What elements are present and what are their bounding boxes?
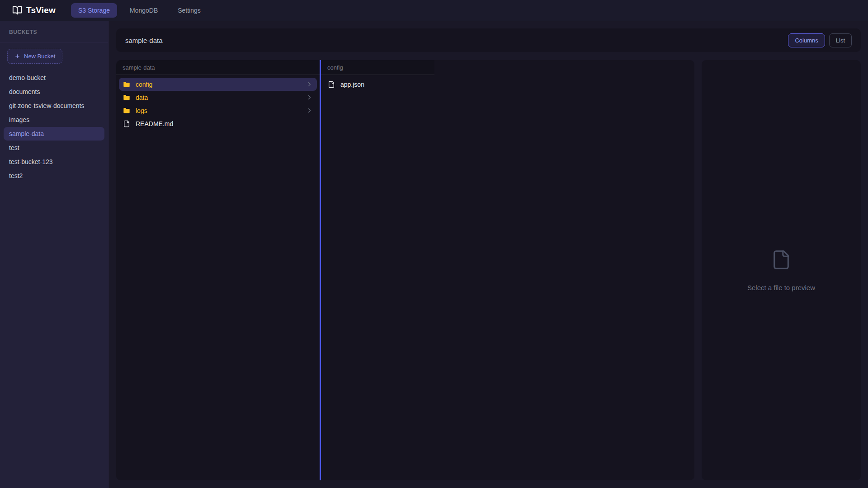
file-row-app-json[interactable]: app.json [324, 78, 432, 91]
layout: BUCKETS New Bucket demo-bucketdocumentsg… [0, 21, 868, 488]
plus-icon [14, 53, 20, 59]
content-row: sample-dataconfigdatalogsREADME.mdconfig… [116, 60, 861, 480]
browser-column-config: configapp.json [321, 60, 434, 480]
nav-tab-settings[interactable]: Settings [170, 3, 208, 18]
columns-empty-space [434, 60, 694, 480]
bucket-item-documents[interactable]: documents [4, 85, 104, 99]
nav-tab-s3-storage[interactable]: S3 Storage [71, 3, 117, 18]
view-list-button[interactable]: List [829, 33, 852, 47]
column-item-list: configdatalogsREADME.md [116, 75, 320, 133]
folder-icon [123, 81, 130, 88]
sidebar-section-title: BUCKETS [0, 21, 108, 42]
file-icon [328, 81, 335, 88]
bucket-item-test-bucket-123[interactable]: test-bucket-123 [4, 155, 104, 169]
app-title: TsView [26, 5, 56, 15]
folder-row-config[interactable]: config [119, 78, 317, 91]
folder-icon [123, 94, 130, 101]
item-name: config [136, 81, 301, 88]
browser-column-sample-data: sample-dataconfigdatalogsREADME.md [116, 60, 320, 480]
column-item-list: app.json [321, 75, 434, 94]
bucket-item-test[interactable]: test [4, 141, 104, 155]
buckets-sidebar: BUCKETS New Bucket demo-bucketdocumentsg… [0, 21, 108, 488]
top-nav: TsView S3 StorageMongoDBSettings [0, 0, 868, 21]
folder-row-logs[interactable]: logs [119, 104, 317, 117]
new-bucket-label: New Bucket [24, 53, 55, 60]
chevron-right-icon [306, 107, 313, 114]
item-name: app.json [340, 81, 428, 88]
item-name: README.md [136, 120, 313, 127]
nav-tab-mongodb[interactable]: MongoDB [123, 3, 165, 18]
bucket-item-sample-data[interactable]: sample-data [4, 127, 104, 141]
item-name: data [136, 94, 301, 101]
bucket-item-test2[interactable]: test2 [4, 169, 104, 183]
bucket-toolbar: sample-data Columns List [116, 28, 861, 52]
item-name: logs [136, 107, 301, 114]
bucket-item-images[interactable]: images [4, 113, 104, 127]
file-icon [123, 120, 130, 127]
miller-columns: sample-dataconfigdatalogsREADME.mdconfig… [116, 60, 694, 480]
bucket-item-demo-bucket[interactable]: demo-bucket [4, 71, 104, 84]
page-title: sample-data [125, 37, 163, 44]
view-columns-button[interactable]: Columns [788, 33, 825, 47]
folder-icon [123, 107, 130, 114]
chevron-right-icon [306, 81, 313, 88]
column-header: config [321, 60, 434, 75]
nav-tabs: S3 StorageMongoDBSettings [71, 3, 208, 18]
view-toggle: Columns List [788, 33, 852, 47]
new-bucket-wrap: New Bucket [0, 42, 108, 68]
new-bucket-button[interactable]: New Bucket [7, 49, 62, 64]
column-header: sample-data [116, 60, 320, 75]
folder-row-data[interactable]: data [119, 91, 317, 104]
bucket-list: demo-bucketdocumentsgit-zone-tsview-docu… [0, 68, 108, 185]
preview-placeholder: Select a file to preview [747, 284, 815, 291]
open-book-icon [12, 5, 22, 15]
file-row-readme-md[interactable]: README.md [119, 117, 317, 130]
app-logo: TsView [12, 5, 56, 15]
bucket-item-git-zone-tsview-documents[interactable]: git-zone-tsview-documents [4, 99, 104, 113]
main-area: sample-data Columns List sample-dataconf… [108, 21, 868, 488]
preview-panel: Select a file to preview [702, 60, 861, 480]
file-icon [771, 249, 792, 270]
chevron-right-icon [306, 94, 313, 101]
